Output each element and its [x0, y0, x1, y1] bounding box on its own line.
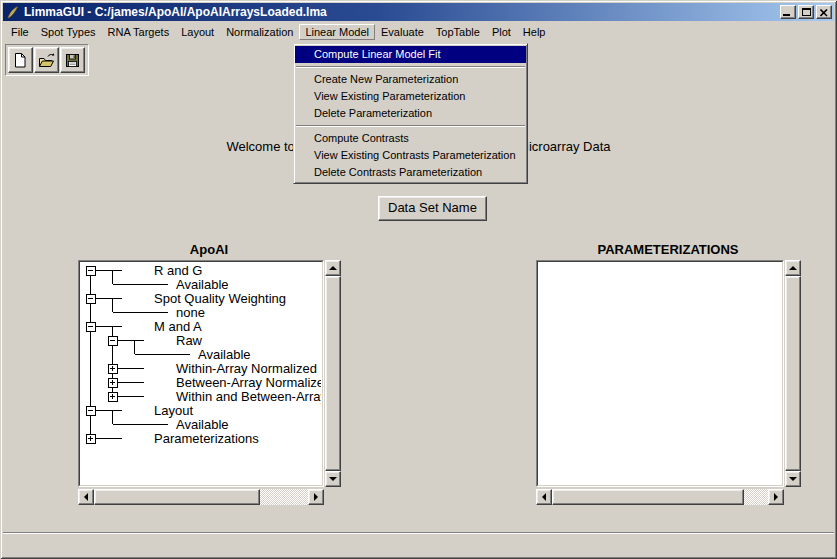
tree-node-raw[interactable]: Raw	[176, 333, 203, 348]
tree-horizontal-scrollbar	[78, 489, 324, 505]
minimize-icon	[783, 14, 790, 16]
arrow-down-icon	[329, 477, 337, 481]
tree-node-none[interactable]: none	[176, 305, 205, 320]
menu-separator	[296, 125, 525, 127]
hscroll-thumb[interactable]	[94, 489, 260, 505]
tree-node-spot-quality-weighting[interactable]: Spot Quality Weighting	[154, 291, 286, 306]
tree-node-available-rg[interactable]: Available	[176, 277, 229, 292]
scroll-up-button[interactable]	[325, 260, 341, 276]
menu-bar: File Spot Types RNA Targets Layout Norma…	[3, 22, 834, 41]
scroll-down-button[interactable]	[785, 471, 801, 487]
menu-item-view-existing-contrasts-parameterization[interactable]: View Existing Contrasts Parameterization	[295, 147, 526, 164]
tree-node-layout[interactable]: Layout	[154, 403, 193, 418]
menu-item-spot-types[interactable]: Spot Types	[35, 24, 102, 40]
menu-item-view-existing-parameterization[interactable]: View Existing Parameterization	[295, 88, 526, 105]
close-button[interactable]	[816, 5, 832, 19]
tree-node-within-and-between-array-normalized[interactable]: Within and Between-Array Norm	[176, 389, 321, 404]
menu-separator	[296, 66, 525, 68]
data-set-tree-listbox[interactable]: R and G Available Spot Quality Weighting…	[78, 260, 324, 487]
parameterizations-vertical-scrollbar	[785, 260, 801, 487]
bottom-separator	[3, 532, 834, 534]
window-title: LimmaGUI - C:/james/ApoAI/ApoAIArraysLoa…	[24, 5, 327, 19]
app-window: LimmaGUI - C:/james/ApoAI/ApoAIArraysLoa…	[0, 0, 837, 559]
tree-node-between-array-normalized[interactable]: Between-Array Normalized	[176, 375, 321, 390]
menu-item-rna-targets[interactable]: RNA Targets	[102, 24, 176, 40]
scroll-right-button[interactable]	[768, 489, 784, 505]
arrow-up-icon	[329, 266, 337, 270]
arrow-up-icon	[789, 266, 797, 270]
tree-node-within-array-normalized[interactable]: Within-Array Normalized	[176, 361, 317, 376]
right-panel-title: PARAMETERIZATIONS	[536, 242, 800, 257]
tree-vertical-scrollbar	[325, 260, 341, 487]
new-document-icon	[12, 52, 29, 69]
tree-node-m-and-a[interactable]: M and A	[154, 319, 202, 334]
save-file-button[interactable]	[60, 47, 85, 73]
menu-item-normalization[interactable]: Normalization	[220, 24, 299, 40]
left-panel-title: ApoAI	[78, 242, 340, 257]
parameterizations-listbox[interactable]	[536, 260, 784, 487]
scroll-left-button[interactable]	[78, 489, 94, 505]
menu-item-layout[interactable]: Layout	[175, 24, 220, 40]
scroll-up-button[interactable]	[785, 260, 801, 276]
app-feather-icon	[6, 6, 19, 19]
arrow-left-icon	[84, 493, 88, 501]
open-file-button[interactable]	[34, 47, 59, 73]
parameterizations-horizontal-scrollbar	[536, 489, 784, 505]
data-set-tree-panel: R and G Available Spot Quality Weighting…	[78, 260, 341, 506]
maximize-button[interactable]	[798, 5, 814, 19]
tree-node-parameterizations[interactable]: Parameterizations	[154, 431, 259, 446]
menu-item-compute-contrasts[interactable]: Compute Contrasts	[295, 130, 526, 147]
parameterizations-panel	[536, 260, 801, 506]
new-file-button[interactable]	[8, 47, 33, 73]
data-set-name-button[interactable]: Data Set Name	[378, 196, 487, 221]
title-bar[interactable]: LimmaGUI - C:/james/ApoAI/ApoAIArraysLoa…	[3, 3, 834, 21]
maximize-icon	[802, 8, 811, 16]
menu-item-linear-model[interactable]: Linear Model	[299, 24, 375, 40]
vscroll-thumb[interactable]	[785, 276, 801, 471]
menu-item-compute-linear-model-fit[interactable]: Compute Linear Model Fit	[295, 46, 526, 63]
tree-node-available-raw[interactable]: Available	[198, 347, 251, 362]
scroll-right-button[interactable]	[308, 489, 324, 505]
hscroll-thumb[interactable]	[552, 489, 744, 505]
arrow-right-icon	[774, 493, 778, 501]
menu-item-toptable[interactable]: TopTable	[430, 24, 486, 40]
arrow-left-icon	[542, 493, 546, 501]
vscroll-thumb[interactable]	[325, 276, 341, 471]
save-floppy-icon	[64, 52, 81, 69]
menu-item-plot[interactable]: Plot	[486, 24, 517, 40]
tree-node-available-layout[interactable]: Available	[176, 417, 229, 432]
close-icon	[820, 9, 828, 17]
toolbar	[5, 44, 89, 76]
scroll-left-button[interactable]	[536, 489, 552, 505]
arrow-down-icon	[789, 477, 797, 481]
menu-item-delete-parameterization[interactable]: Delete Parameterization	[295, 105, 526, 122]
open-folder-icon	[38, 52, 56, 69]
menu-item-delete-contrasts-parameterization[interactable]: Delete Contrasts Parameterization	[295, 164, 526, 181]
menu-item-file[interactable]: File	[5, 24, 35, 40]
linear-model-menu: Compute Linear Model Fit Create New Para…	[293, 43, 528, 184]
scroll-down-button[interactable]	[325, 471, 341, 487]
menu-item-evaluate[interactable]: Evaluate	[375, 24, 430, 40]
menu-item-create-new-parameterization[interactable]: Create New Parameterization	[295, 71, 526, 88]
minimize-button[interactable]	[780, 5, 796, 19]
arrow-right-icon	[314, 493, 318, 501]
menu-item-help[interactable]: Help	[517, 24, 552, 40]
data-set-tree[interactable]: R and G Available Spot Quality Weighting…	[80, 262, 321, 484]
tree-node-r-and-g[interactable]: R and G	[154, 263, 202, 278]
